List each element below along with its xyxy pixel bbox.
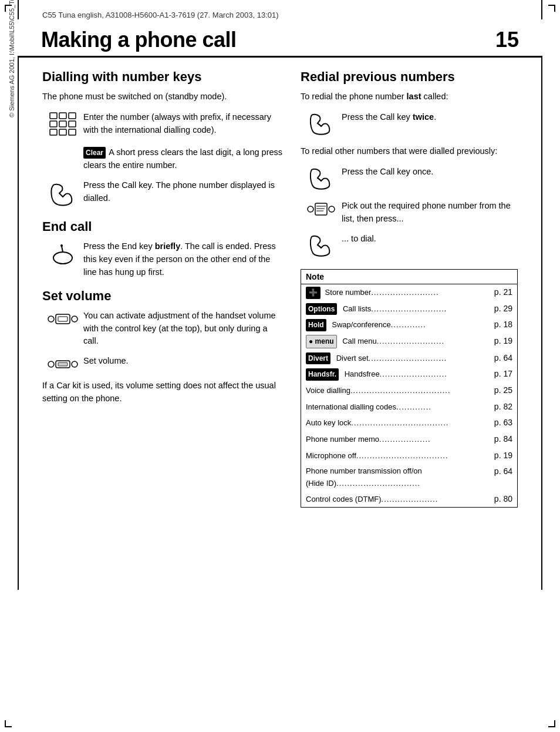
note-dots-memo: Phone number memo................... (306, 434, 492, 445)
section-dialling-intro: The phone must be switched on (standby m… (42, 90, 283, 103)
svg-rect-3 (50, 121, 57, 127)
section-set-volume: Set volume You can activate adjustment o… (42, 288, 283, 405)
call-svg-r2 (310, 167, 332, 193)
note-row-store: ➕ Store number......................... … (301, 284, 517, 301)
end-key-svg (50, 241, 76, 271)
svg-rect-14 (58, 317, 68, 321)
corner-tr (548, 5, 555, 12)
volume-icon2 (42, 355, 83, 372)
end-call-icon (42, 240, 83, 271)
note-page-memo: p. 84 (494, 433, 512, 446)
svg-point-11 (60, 244, 63, 247)
note-key-handsfr: Handsfr. (306, 368, 340, 381)
pick-number-text: Pick out the required phone number from … (342, 200, 518, 226)
page-title: Making a phone call (41, 28, 237, 52)
note-page-handsfr: p. 17 (494, 368, 512, 381)
note-dots-intl: International dialling codes............… (306, 401, 492, 413)
note-row-calllists: Options Call lists......................… (301, 301, 517, 317)
note-page-divert: p. 64 (494, 352, 512, 365)
note-row-hide: Phone number transmission off/on (Hide I… (301, 464, 517, 491)
header: C55 Tuna english, A31008-H5600-A1-3-7619… (18, 0, 542, 19)
footer (18, 519, 542, 590)
right-column: Redial previous numbers To redial the ph… (295, 58, 535, 519)
note-dots-divert: Divert set............................. (334, 352, 492, 364)
volume-icon1 (42, 310, 83, 327)
section-set-volume-heading: Set volume (42, 288, 283, 304)
call-key-row: Press the Call key. The phone number dis… (42, 179, 283, 210)
note-dots-hold: Swap/conference............. (330, 319, 492, 331)
svg-rect-5 (69, 121, 76, 127)
note-table: Note ➕ Store number.....................… (301, 269, 518, 508)
call-svg-r1 (310, 112, 332, 138)
note-key-store: ➕ (306, 286, 321, 299)
svg-rect-6 (50, 129, 57, 135)
note-key-menu: ● menu (306, 335, 338, 348)
note-page-dtmf: p. 80 (494, 493, 512, 506)
corner-bl (5, 720, 12, 727)
redial-twice-text: Press the Call key twice. (342, 111, 518, 124)
section-dialling: Dialling with number keys The phone must… (42, 69, 283, 210)
note-header: Note (301, 270, 517, 284)
note-row-memo: Phone number memo................... p. … (301, 431, 517, 448)
note-page-mic: p. 19 (494, 449, 512, 462)
note-row-voice: Voice dialling..........................… (301, 382, 517, 399)
hold-kbd: Hold (306, 319, 326, 331)
control-key2-svg (48, 356, 78, 372)
clear-text: Clear A short press clears the last digi… (83, 146, 283, 172)
volume-row2: Set volume. (42, 355, 283, 372)
pick-number-icon (301, 200, 342, 217)
svg-rect-2 (69, 113, 76, 119)
section-end-call-heading: End call (42, 219, 283, 234)
clear-row: Clear A short press clears the last digi… (42, 146, 283, 172)
note-key-calllists: Options (306, 303, 338, 315)
note-page-hide: p. 64 (494, 465, 512, 478)
note-key-divert: Divert (306, 352, 332, 365)
svg-point-19 (72, 361, 77, 367)
control-key-svg (48, 311, 78, 327)
note-dots-menu: Call menu......................... (340, 335, 492, 347)
page: © Siemens AG 2001, I:\Mobil\L55\C55_Tuna… (0, 0, 560, 732)
redial-intro2: To redial other numbers that were dialle… (301, 145, 518, 157)
note-row-divert: Divert Divert set.......................… (301, 350, 517, 367)
volume-row1: You can activate adjustment of the hands… (42, 310, 283, 348)
note-page-intl: p. 82 (494, 401, 512, 414)
handsfr-kbd: Handsfr. (306, 368, 339, 381)
redial-twice-row: Press the Call key twice. (301, 111, 518, 138)
keypad-text: Enter the number (always with prefix, if… (83, 111, 283, 137)
menu-kbd: ● menu (306, 335, 337, 348)
note-page-autolock: p. 63 (494, 417, 512, 429)
svg-rect-18 (58, 362, 68, 366)
redial-call-icon1 (301, 111, 342, 138)
svg-rect-1 (59, 113, 66, 119)
note-dots-voice: Voice dialling..........................… (306, 385, 492, 397)
clear-button: Clear (83, 147, 106, 159)
redial-call-icon2 (301, 166, 342, 193)
svg-rect-0 (50, 113, 57, 119)
svg-point-9 (53, 252, 72, 264)
section-end-call: End call Press the End key briefly. The … (42, 219, 283, 279)
section-redial-heading: Redial previous numbers (301, 69, 518, 85)
clear-icon-cell (42, 146, 83, 147)
call-key-text: Press the Call key. The phone number dis… (83, 179, 283, 205)
svg-point-16 (48, 361, 54, 367)
section-redial: Redial previous numbers To redial the ph… (301, 69, 518, 260)
left-column: Dialling with number keys The phone must… (25, 58, 295, 519)
phone-display-svg (307, 201, 335, 217)
svg-line-10 (62, 246, 63, 252)
note-page-menu: p. 19 (494, 335, 512, 348)
volume-text2: Set volume. (83, 355, 283, 368)
note-page-calllists: p. 29 (494, 303, 512, 315)
page-number: 15 (495, 28, 519, 52)
note-row-intl: International dialling codes............… (301, 399, 517, 415)
to-dial-row: ... to dial. (301, 233, 518, 260)
note-page-hold: p. 18 (494, 318, 512, 331)
header-meta: C55 Tuna english, A31008-H5600-A1-3-7619… (42, 11, 518, 19)
note-dots-store: Store number......................... (323, 287, 492, 298)
call-icon (42, 179, 83, 210)
svg-point-15 (72, 316, 77, 322)
note-row-autolock: Auto key lock...........................… (301, 415, 517, 431)
svg-point-25 (329, 206, 335, 212)
svg-rect-21 (315, 203, 327, 215)
note-dots-mic: Microphone off..........................… (306, 450, 492, 462)
note-dots-calllists: Call lists............................ (340, 303, 492, 315)
